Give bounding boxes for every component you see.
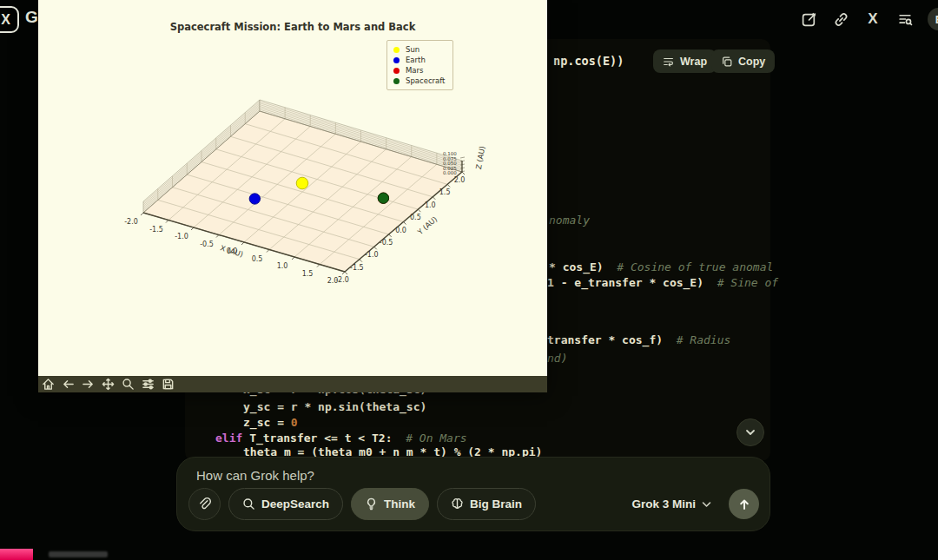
svg-text:-1.5: -1.5 [149,226,163,234]
back-view-button[interactable] [61,377,76,392]
bigbrain-label: Big Brain [470,497,522,511]
brain-icon [451,497,464,511]
legend-entry: Mars [393,66,445,75]
chevron-down-icon [702,501,711,508]
matplotlib-toolbar [38,376,547,392]
sliders-icon [142,378,155,391]
new-chat-button[interactable] [799,10,818,29]
back-arrow-icon [62,378,75,391]
think-label: Think [384,497,415,511]
code-snippet-fragment: np.cos(E)) [553,54,624,68]
save-figure-button[interactable] [161,377,175,392]
deepsearch-button[interactable]: DeepSearch [228,488,343,520]
magnifier-icon [122,378,135,391]
attach-file-button[interactable] [188,488,221,520]
bigbrain-button[interactable]: Big Brain [437,488,536,520]
compose-icon [801,11,817,28]
watermark-text [49,551,108,557]
home-icon [42,378,55,391]
svg-text:-2.0: -2.0 [124,218,138,226]
svg-text:-1.5: -1.5 [350,264,364,272]
data-point-earth [249,194,260,204]
legend-marker [393,68,400,74]
chevron-down-icon [744,426,756,438]
plot-legend: SunEarthMarsSpacecraft [386,40,453,90]
avatar-letter: E [935,13,938,26]
wrap-label: Wrap [680,56,707,68]
svg-text:Z (AU): Z (AU) [474,145,487,170]
x-logo-icon: X [868,10,877,28]
svg-text:0.025: 0.025 [443,166,457,171]
wrap-button[interactable]: Wrap [653,49,717,73]
share-link-button[interactable] [831,10,850,29]
xai-logo[interactable]: X [0,6,19,33]
model-selector[interactable]: Grok 3 Mini [626,497,717,511]
svg-text:-1.0: -1.0 [365,251,379,259]
data-point-spacecraft [378,193,388,203]
svg-text:-0.5: -0.5 [380,239,393,247]
chat-input[interactable] [195,467,632,484]
header-actions: X E [799,8,938,30]
link-icon [833,11,849,28]
legend-label: Earth [406,56,426,64]
svg-text:0.075: 0.075 [443,156,457,161]
chat-controls: DeepSearch Think Big Brain [188,488,759,520]
configure-subplots-button[interactable] [141,377,155,392]
svg-text:X (AU): X (AU) [219,243,244,259]
chat-submit-group: Grok 3 Mini [626,489,759,519]
legend-label: Mars [406,66,423,75]
search-icon [242,497,255,511]
model-label: Grok 3 Mini [631,497,696,511]
svg-text:-0.5: -0.5 [200,240,214,248]
plot-3d-canvas[interactable]: -2.0-1.5-1.0-0.50.00.51.01.52.0-2.0-1.5-… [38,0,547,376]
legend-label: Spacecraft [406,76,445,85]
app-screen: X G X E np.cos(E)) [0,0,938,560]
chat-tools: DeepSearch Think Big Brain [188,488,536,520]
svg-text:0.050: 0.050 [443,161,457,166]
paperclip-icon [197,497,212,511]
copy-button[interactable]: Copy [711,49,775,73]
chat-input-bar: DeepSearch Think Big Brain [176,457,770,531]
zoom-rect-button[interactable] [121,377,135,392]
legend-entry: Spacecraft [393,76,445,85]
legend-label: Sun [406,45,419,54]
send-button[interactable] [729,489,759,519]
svg-text:1.5: 1.5 [439,188,451,196]
deepsearch-label: DeepSearch [261,497,329,511]
svg-text:0.5: 0.5 [252,255,263,263]
watermark-logo [0,549,33,560]
svg-text:0.0: 0.0 [395,227,406,234]
think-button[interactable]: Think [351,488,429,520]
svg-text:1.5: 1.5 [302,270,314,278]
history-search-icon [897,11,914,28]
user-avatar[interactable]: E [928,8,938,30]
lightbulb-icon [365,497,378,511]
matplotlib-window: Spacecraft Mission: Earth to Mars and Ba… [38,0,547,392]
svg-text:-1.0: -1.0 [175,233,188,240]
forward-view-button[interactable] [81,377,96,392]
wrap-icon [663,56,675,68]
chat-history-button[interactable] [895,10,915,29]
svg-text:2.0: 2.0 [454,176,466,184]
legend-entry: Earth [393,56,445,64]
forward-arrow-icon [82,378,95,391]
home-view-button[interactable] [41,377,56,392]
up-arrow-icon [737,497,751,511]
svg-text:1.0: 1.0 [277,262,288,270]
legend-entry: Sun [393,45,445,54]
svg-text:1.0: 1.0 [425,201,436,209]
svg-text:0.5: 0.5 [410,214,421,221]
legend-marker [393,78,400,84]
svg-text:0.100: 0.100 [443,151,457,156]
x-platform-button[interactable]: X [863,10,882,29]
grok-wordmark-partial: G [25,8,38,27]
svg-text:0.000: 0.000 [443,170,457,175]
copy-icon [721,56,733,68]
scroll-to-bottom-button[interactable] [737,418,764,446]
pan-button[interactable] [101,377,116,392]
legend-marker [393,47,400,53]
pan-icon [102,378,115,391]
data-point-sun [296,177,308,189]
xai-logo-letter: X [1,12,10,28]
svg-text:-2.0: -2.0 [335,276,349,284]
